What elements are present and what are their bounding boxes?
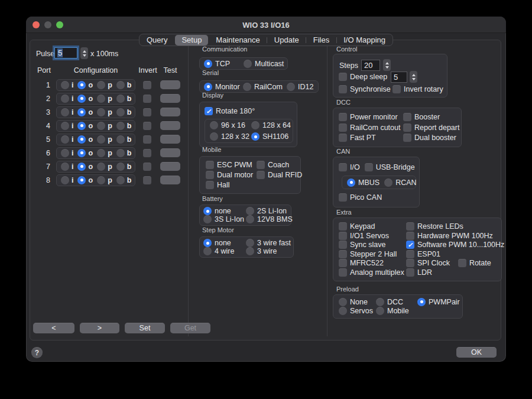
deep-sleep-checkbox[interactable]: Deep sleep [339, 73, 387, 81]
can-io-checkbox[interactable]: I/O [339, 163, 360, 171]
tab-update[interactable]: Update [268, 35, 306, 46]
get-button[interactable]: Get [170, 323, 210, 333]
window-titlebar[interactable]: WIO 33 I/O16 [26, 17, 506, 33]
port-mode-p-radio[interactable]: p [97, 149, 112, 157]
port-mode-i-radio[interactable]: i [61, 108, 73, 116]
dual-rfid-checkbox[interactable]: Dual RFID [257, 171, 302, 179]
hall-checkbox[interactable]: Hall [206, 181, 257, 189]
deep-sleep-stepper[interactable] [410, 71, 417, 83]
battery-2s-liion-radio[interactable]: 2S Li-Ion [246, 207, 293, 215]
tab-setup[interactable]: Setup [175, 35, 208, 46]
port-mode-o-radio[interactable]: o [77, 95, 93, 103]
mfrc522-checkbox[interactable]: MFRC522 [339, 259, 406, 267]
booster-checkbox[interactable]: Booster [403, 113, 461, 121]
set-button[interactable]: Set [125, 323, 165, 333]
id12-radio[interactable]: ID12 [287, 83, 318, 91]
port-test-button[interactable] [160, 135, 180, 144]
port-invert-checkbox[interactable] [143, 122, 151, 130]
port-mode-b-radio[interactable]: b [116, 108, 132, 116]
port-mode-p-radio[interactable]: p [97, 95, 112, 103]
preload-pwmpair-radio[interactable]: PWMPair [417, 298, 462, 306]
port-mode-b-radio[interactable]: b [116, 149, 132, 157]
port-mode-o-radio[interactable]: o [77, 108, 93, 116]
battery-12v8-bms-radio[interactable]: 12V8 BMS [246, 215, 293, 223]
port-mode-i-radio[interactable]: i [61, 95, 73, 103]
mbus-radio[interactable]: MBUS [347, 179, 379, 187]
sync-slave-checkbox[interactable]: Sync slave [339, 241, 406, 249]
size-96x16-radio[interactable]: 96 x 16 [210, 121, 251, 129]
port-mode-o-radio[interactable]: o [77, 176, 93, 184]
synchronise-checkbox[interactable]: Synchronise [339, 85, 392, 93]
battery-none-radio[interactable]: none [203, 207, 246, 215]
help-button[interactable]: ? [31, 347, 43, 358]
tab-io-mapping[interactable]: I/O Mapping [337, 35, 392, 46]
port-mode-p-radio[interactable]: p [97, 81, 112, 89]
power-monitor-checkbox[interactable]: Power monitor [339, 113, 403, 121]
port-test-button[interactable] [160, 121, 180, 130]
monitor-radio[interactable]: Monitor [204, 83, 243, 91]
tab-query[interactable]: Query [140, 35, 174, 46]
port-test-button[interactable] [160, 148, 180, 157]
restore-leds-checkbox[interactable]: Restore LEDs [406, 222, 504, 231]
port-mode-b-radio[interactable]: b [116, 176, 132, 184]
step-3-wire-radio[interactable]: 3 wire [246, 247, 293, 255]
port-test-button[interactable] [160, 80, 180, 89]
port-mode-o-radio[interactable]: o [77, 122, 93, 130]
port-mode-b-radio[interactable]: b [116, 135, 132, 144]
next-button[interactable]: > [80, 323, 119, 333]
port-mode-b-radio[interactable]: b [116, 95, 132, 103]
keypad-checkbox[interactable]: Keypad [339, 222, 406, 231]
fast-pt-checkbox[interactable]: Fast PT [339, 134, 403, 142]
step-4-wire-radio[interactable]: 4 wire [203, 247, 246, 255]
port-invert-checkbox[interactable] [143, 149, 151, 157]
preload-servos-radio[interactable]: Servos [339, 307, 376, 315]
port-test-button[interactable] [160, 108, 180, 116]
port-mode-o-radio[interactable]: o [77, 135, 93, 144]
steps-input[interactable]: 20 [361, 60, 380, 71]
port-mode-p-radio[interactable]: p [97, 135, 112, 144]
analog-multiplex-checkbox[interactable]: Analog multiplex [339, 268, 406, 277]
port-invert-checkbox[interactable] [143, 176, 151, 184]
dual-booster-checkbox[interactable]: Dual booster [403, 134, 461, 142]
report-depart-checkbox[interactable]: Report depart [403, 124, 461, 132]
rotate-180-checkbox[interactable]: Rotate 180° [205, 107, 255, 115]
port-invert-checkbox[interactable] [143, 163, 151, 171]
steps-stepper[interactable] [383, 59, 391, 71]
io1-servos-checkbox[interactable]: I/O1 Servos [339, 232, 406, 240]
previous-button[interactable]: < [33, 323, 74, 333]
size-128x32-radio[interactable]: 128 x 32 [210, 132, 251, 141]
multicast-radio[interactable]: Multicast [244, 60, 284, 68]
coach-checkbox[interactable]: Coach [257, 161, 302, 169]
deep-sleep-input[interactable]: 5 [391, 72, 407, 83]
pulse-stepper[interactable] [80, 47, 88, 59]
preload-dcc-radio[interactable]: DCC [376, 298, 417, 306]
dual-motor-checkbox[interactable]: Dual motor [206, 171, 257, 179]
port-invert-checkbox[interactable] [143, 108, 151, 116]
battery-3s-liion-radio[interactable]: 3S Li-Ion [203, 215, 246, 223]
stepper-2-hall-checkbox[interactable]: Stepper 2 Hall [339, 250, 406, 258]
step-none-radio[interactable]: none [203, 239, 246, 247]
port-mode-o-radio[interactable]: o [77, 149, 93, 157]
port-mode-p-radio[interactable]: p [97, 108, 112, 116]
railcom-radio[interactable]: RailCom [243, 83, 287, 91]
spi-clock-checkbox[interactable]: SPI Clock [406, 259, 450, 267]
tcp-radio[interactable]: TCP [204, 60, 244, 68]
port-mode-p-radio[interactable]: p [97, 176, 112, 184]
port-mode-p-radio[interactable]: p [97, 163, 112, 171]
port-mode-b-radio[interactable]: b [116, 81, 132, 89]
esc-pwm-checkbox[interactable]: ESC PWM [206, 161, 257, 169]
port-mode-p-radio[interactable]: p [97, 122, 112, 130]
port-mode-i-radio[interactable]: i [61, 122, 73, 130]
sh1106-radio[interactable]: SH1106 [251, 132, 293, 141]
preload-mobile-radio[interactable]: Mobile [376, 307, 417, 315]
rcan-radio[interactable]: RCAN [384, 179, 416, 187]
pulse-input[interactable]: 5 [54, 47, 77, 59]
port-mode-i-radio[interactable]: i [61, 81, 73, 89]
port-mode-b-radio[interactable]: b [116, 163, 132, 171]
port-mode-b-radio[interactable]: b [116, 122, 132, 130]
railcom-cutout-checkbox[interactable]: RailCom cutout [339, 124, 403, 132]
hardware-pwm-checkbox[interactable]: Hardware PWM 100Hz [406, 232, 504, 240]
port-invert-checkbox[interactable] [143, 81, 151, 89]
port-mode-o-radio[interactable]: o [77, 81, 93, 89]
port-mode-i-radio[interactable]: i [61, 176, 73, 184]
